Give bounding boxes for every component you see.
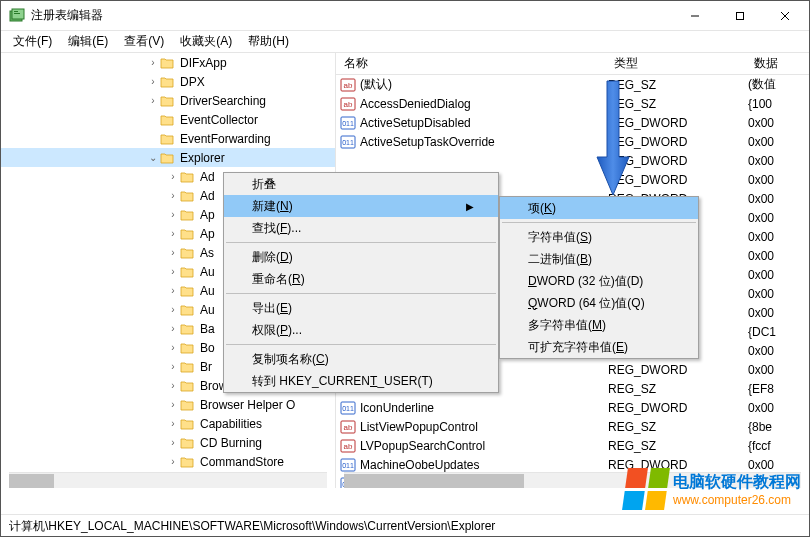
folder-icon	[180, 360, 196, 374]
tree-item[interactable]: ›Browser Helper O	[1, 395, 335, 414]
tree-item-label: Ad	[200, 170, 215, 184]
submenu-item[interactable]: 多字符串值(M)	[500, 314, 698, 336]
watermark-url: www.computer26.com	[673, 493, 801, 507]
list-header[interactable]: 名称 类型 数据	[336, 53, 809, 75]
list-row[interactable]: abLVPopupSearchControlREG_SZ{fccf	[336, 436, 809, 455]
tree-item-label: Bo	[200, 341, 215, 355]
list-row[interactable]: 011IconUnderlineREG_DWORD0x00	[336, 398, 809, 417]
value-data: 0x00	[748, 192, 809, 206]
minimize-button[interactable]	[672, 1, 717, 30]
expander-icon[interactable]: ›	[146, 95, 160, 106]
value-name: AccessDeniedDialog	[360, 97, 608, 111]
tree-item[interactable]: ›CD Burning	[1, 433, 335, 452]
value-data: (数值	[748, 76, 809, 93]
context-menu-item[interactable]: 新建(N)▶	[224, 195, 498, 217]
list-row[interactable]: 011ActiveSetupDisabledREG_DWORD0x00	[336, 113, 809, 132]
expander-icon[interactable]: ›	[166, 228, 180, 239]
col-header-name[interactable]: 名称	[336, 55, 606, 72]
statusbar: 计算机\HKEY_LOCAL_MACHINE\SOFTWARE\Microsof…	[1, 514, 809, 536]
menu-view[interactable]: 查看(V)	[116, 31, 172, 52]
expander-icon[interactable]: ›	[166, 209, 180, 220]
context-submenu-new[interactable]: 项(K)字符串值(S)二进制值(B)DWORD (32 位)值(D)QWORD …	[499, 196, 699, 359]
tree-hscroll[interactable]	[9, 472, 327, 488]
value-data: 0x00	[748, 344, 809, 358]
tree-item-label: Capabilities	[200, 417, 262, 431]
menu-edit[interactable]: 编辑(E)	[60, 31, 116, 52]
context-menu-item[interactable]: 复制项名称(C)	[224, 348, 498, 370]
value-data: {fccf	[748, 439, 809, 453]
menu-help[interactable]: 帮助(H)	[240, 31, 297, 52]
svg-text:ab: ab	[344, 81, 353, 90]
expander-icon[interactable]: ›	[166, 266, 180, 277]
context-menu-item[interactable]: 导出(E)	[224, 297, 498, 319]
maximize-button[interactable]	[717, 1, 762, 30]
expander-icon[interactable]: ›	[166, 418, 180, 429]
expander-icon[interactable]: ›	[166, 285, 180, 296]
expander-icon[interactable]: ›	[166, 456, 180, 467]
menu-favorites[interactable]: 收藏夹(A)	[172, 31, 240, 52]
tree-item-label: Ad	[200, 189, 215, 203]
tree-item-label: Browser Helper O	[200, 398, 295, 412]
value-data: 0x00	[748, 363, 809, 377]
expander-icon[interactable]: ›	[166, 323, 180, 334]
window-title: 注册表编辑器	[31, 7, 672, 24]
expander-icon[interactable]: ⌄	[146, 152, 160, 163]
value-name: ActiveSetupDisabled	[360, 116, 608, 130]
list-row[interactable]: abListViewPopupControlREG_SZ{8be	[336, 417, 809, 436]
tree-item[interactable]: ›DPX	[1, 72, 335, 91]
value-name: IconUnderline	[360, 401, 608, 415]
submenu-item[interactable]: 项(K)	[500, 197, 698, 219]
list-row[interactable]: REG_DWORD0x00	[336, 151, 809, 170]
expander-icon[interactable]: ›	[166, 247, 180, 258]
expander-icon[interactable]: ›	[166, 304, 180, 315]
context-menu[interactable]: 折叠新建(N)▶查找(F)...删除(D)重命名(R)导出(E)权限(P)...…	[223, 172, 499, 393]
list-row[interactable]: ab(默认)REG_SZ(数值	[336, 75, 809, 94]
expander-icon[interactable]: ›	[146, 76, 160, 87]
expander-icon[interactable]: ›	[166, 380, 180, 391]
list-row[interactable]: 011ActiveSetupTaskOverrideREG_DWORD0x00	[336, 132, 809, 151]
list-row[interactable]: abAccessDeniedDialogREG_SZ{100	[336, 94, 809, 113]
close-button[interactable]	[762, 1, 807, 30]
menu-file[interactable]: 文件(F)	[5, 31, 60, 52]
value-name: MachineOobeUpdates	[360, 458, 608, 472]
context-item-label: 查找(F)...	[252, 220, 301, 237]
svg-text:011: 011	[342, 462, 354, 469]
svg-text:011: 011	[342, 120, 354, 127]
context-menu-item[interactable]: 折叠	[224, 173, 498, 195]
context-menu-item[interactable]: 删除(D)	[224, 246, 498, 268]
folder-icon	[160, 56, 176, 70]
tree-item[interactable]: EventCollector	[1, 110, 335, 129]
folder-icon	[180, 227, 196, 241]
reg-value-icon: ab	[340, 77, 356, 93]
folder-icon	[180, 417, 196, 431]
expander-icon[interactable]: ›	[166, 171, 180, 182]
folder-icon	[180, 322, 196, 336]
context-menu-item[interactable]: 重命名(R)	[224, 268, 498, 290]
col-header-type[interactable]: 类型	[606, 55, 746, 72]
reg-value-icon: 011	[340, 457, 356, 473]
expander-icon[interactable]: ›	[166, 399, 180, 410]
submenu-item[interactable]: 二进制值(B)	[500, 248, 698, 270]
submenu-item[interactable]: DWORD (32 位)值(D)	[500, 270, 698, 292]
expander-icon[interactable]: ›	[146, 57, 160, 68]
tree-item[interactable]: ⌄Explorer	[1, 148, 335, 167]
submenu-item[interactable]: 可扩充字符串值(E)	[500, 336, 698, 358]
value-name: LVPopupSearchControl	[360, 439, 608, 453]
tree-item[interactable]: ›DriverSearching	[1, 91, 335, 110]
folder-icon	[180, 284, 196, 298]
expander-icon[interactable]: ›	[166, 342, 180, 353]
tree-item[interactable]: ›Capabilities	[1, 414, 335, 433]
context-menu-item[interactable]: 查找(F)...	[224, 217, 498, 239]
expander-icon[interactable]: ›	[166, 361, 180, 372]
tree-item[interactable]: ›CommandStore	[1, 452, 335, 471]
submenu-item[interactable]: QWORD (64 位)值(Q)	[500, 292, 698, 314]
col-header-data[interactable]: 数据	[746, 55, 809, 72]
value-data: 0x00	[748, 173, 809, 187]
expander-icon[interactable]: ›	[166, 437, 180, 448]
context-menu-item[interactable]: 转到 HKEY_CURRENT_USER(T)	[224, 370, 498, 392]
expander-icon[interactable]: ›	[166, 190, 180, 201]
context-menu-item[interactable]: 权限(P)...	[224, 319, 498, 341]
tree-item[interactable]: EventForwarding	[1, 129, 335, 148]
submenu-item[interactable]: 字符串值(S)	[500, 226, 698, 248]
tree-item[interactable]: ›DIFxApp	[1, 53, 335, 72]
